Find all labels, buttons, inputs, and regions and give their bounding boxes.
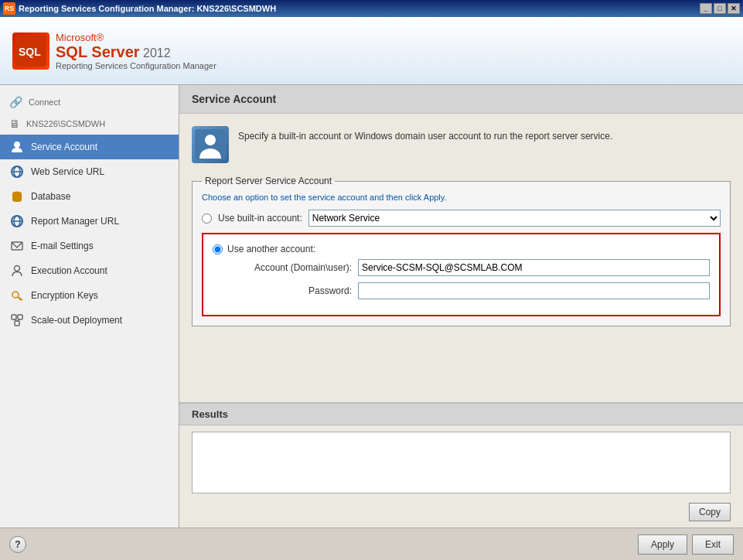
scale-out-icon [9, 312, 25, 328]
password-label: Password: [228, 285, 352, 296]
apply-button[interactable]: Apply [638, 534, 687, 555]
connect-icon: 🔗 [9, 96, 22, 108]
sidebar-item-execution-account[interactable]: Execution Account [0, 258, 179, 283]
app-header: SQL Microsoft® SQL Server 2012 Reporting… [0, 17, 743, 85]
svg-rect-20 [18, 315, 22, 319]
content-title: Service Account [179, 85, 743, 114]
results-body [192, 432, 731, 493]
sidebar: 🔗 Connect 🖥 KNS226\SCSMDWH Service Accou… [0, 85, 179, 528]
execution-account-icon [9, 263, 25, 278]
title-text: Reporting Services Configuration Manager… [19, 4, 700, 13]
sidebar-database-label: Database [31, 191, 70, 202]
window-controls: _ □ ✕ [700, 3, 740, 14]
encryption-keys-icon [9, 288, 25, 303]
use-another-radio-row: Use another account: [213, 244, 710, 254]
results-section: Results Copy [179, 402, 743, 528]
svg-point-2 [14, 142, 20, 148]
builtin-account-select[interactable]: Network Service Local System Local Servi… [308, 210, 721, 227]
sidebar-connect-btn[interactable]: 🔗 Connect [0, 91, 179, 113]
service-account-group: Report Server Service Account Choose an … [192, 176, 731, 326]
exit-button[interactable]: Exit [692, 534, 734, 555]
password-field-row: Password: [213, 282, 710, 299]
svg-point-16 [12, 292, 19, 298]
radio-another[interactable] [213, 244, 223, 254]
group-legend: Report Server Service Account [202, 176, 335, 186]
sidebar-report-manager-label: Report Manager URL [31, 216, 119, 227]
email-icon [9, 238, 25, 254]
sidebar-email-label: E-mail Settings [31, 241, 94, 251]
content-body: Specify a built-in account or Windows do… [179, 114, 743, 402]
info-description: Specify a built-in account or Windows do… [238, 126, 612, 143]
help-button[interactable]: ? [9, 536, 26, 553]
service-account-icon [9, 139, 25, 155]
radio-builtin[interactable] [202, 213, 212, 224]
sidebar-item-database[interactable]: Database [0, 184, 179, 209]
sql-logo-icon: SQL [12, 32, 49, 70]
app-title-block: Microsoft® SQL Server 2012 Reporting Ser… [56, 32, 216, 70]
main-layout: 🔗 Connect 🖥 KNS226\SCSMDWH Service Accou… [0, 85, 743, 528]
use-builtin-row: Use built-in account: Network Service Lo… [202, 210, 721, 227]
content-title-text: Service Account [192, 93, 276, 105]
svg-point-10 [12, 199, 22, 202]
bottom-right: Apply Exit [638, 534, 734, 555]
sidebar-scale-out-label: Scale-out Deployment [31, 315, 122, 326]
account-field-row: Account (Domain\user): [213, 259, 710, 276]
sidebar-item-service-account[interactable]: Service Account [0, 135, 179, 159]
svg-rect-21 [15, 321, 19, 326]
account-input[interactable] [358, 259, 710, 276]
minimize-button[interactable]: _ [700, 3, 712, 14]
brand-title: SQL Server 2012 [56, 43, 171, 61]
copy-button[interactable]: Copy [689, 503, 731, 521]
brand-subtitle: Reporting Services Configuration Manager [56, 61, 216, 70]
sidebar-service-account-label: Service Account [31, 142, 97, 152]
account-label: Account (Domain\user): [228, 262, 352, 273]
sidebar-server-label: 🖥 KNS226\SCSMDWH [0, 113, 179, 135]
sidebar-encryption-label: Encryption Keys [31, 290, 98, 301]
content-area: Service Account Specify a built-in accou… [179, 85, 743, 528]
report-manager-icon [9, 213, 25, 229]
password-input[interactable] [358, 282, 710, 299]
bottom-left: ? [9, 536, 26, 553]
close-button[interactable]: ✕ [728, 3, 740, 14]
title-bar: RS Reporting Services Configuration Mana… [0, 0, 743, 17]
group-subtitle: Choose an option to set the service acco… [202, 193, 721, 202]
sidebar-web-service-label: Web Service URL [31, 166, 104, 177]
bottom-bar: ? Apply Exit [0, 528, 743, 560]
database-icon [9, 189, 25, 204]
sidebar-item-web-service-url[interactable]: Web Service URL [0, 159, 179, 184]
connect-label: Connect [29, 97, 60, 107]
sidebar-item-scale-out-deployment[interactable]: Scale-out Deployment [0, 308, 179, 333]
app-icon: RS [3, 2, 15, 15]
web-service-icon [9, 164, 25, 179]
sidebar-execution-label: Execution Account [31, 265, 107, 276]
svg-point-15 [15, 266, 20, 271]
svg-text:SQL: SQL [19, 46, 41, 58]
results-footer: Copy [179, 500, 743, 528]
use-another-label: Use another account: [227, 244, 315, 254]
server-icon: 🖥 [9, 118, 20, 130]
svg-point-25 [205, 135, 216, 145]
server-name: KNS226\SCSMDWH [26, 119, 105, 128]
sidebar-item-encryption-keys[interactable]: Encryption Keys [0, 283, 179, 308]
maximize-button[interactable]: □ [714, 3, 726, 14]
logo-area: SQL Microsoft® SQL Server 2012 Reporting… [12, 32, 216, 70]
sidebar-item-report-manager-url[interactable]: Report Manager URL [0, 209, 179, 234]
results-title: Results [179, 403, 743, 425]
sidebar-item-email-settings[interactable]: E-mail Settings [0, 234, 179, 258]
use-another-account-box: Use another account: Account (Domain\use… [202, 233, 721, 316]
info-row: Specify a built-in account or Windows do… [192, 126, 731, 163]
service-account-large-icon [192, 126, 229, 163]
use-builtin-label: Use built-in account: [218, 213, 302, 224]
svg-rect-19 [12, 315, 16, 319]
brand-prefix: Microsoft® [56, 32, 104, 43]
